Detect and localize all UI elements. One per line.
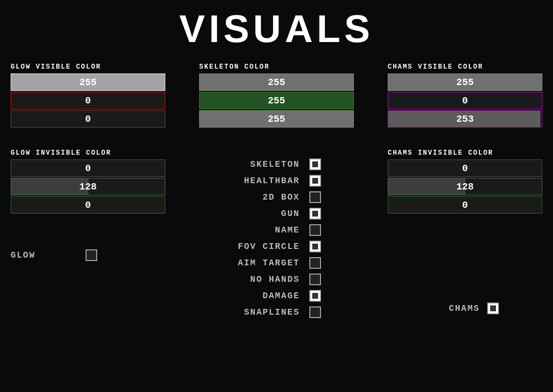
chams-visible-b-row[interactable] (388, 110, 542, 128)
2dbox-toggle-label: 2D BOX (232, 192, 300, 202)
skeleton-color-label: SKELETON COLOR (199, 63, 354, 71)
glow-invisible-b-row[interactable] (11, 196, 165, 214)
skeleton-b-input[interactable] (200, 114, 353, 125)
name-toggle-label: NAME (232, 225, 300, 235)
skeleton-toggle-row: SKELETON (199, 159, 354, 170)
nohands-toggle-row: NO HANDS (199, 274, 354, 285)
gun-checkbox[interactable] (309, 208, 321, 219)
glow-invisible-b-input[interactable] (11, 200, 165, 211)
snaplines-toggle-row: SNAPLINES (199, 306, 354, 318)
chams-invisible-b-row[interactable] (388, 196, 542, 214)
damage-toggle-row: DAMAGE (199, 290, 354, 302)
skeleton-g-row[interactable] (199, 92, 354, 109)
toggle-list: SKELETON HEALTHBAR 2D BOX GUN NAME (199, 159, 354, 318)
fovcircle-checkbox[interactable] (309, 241, 321, 252)
glow-visible-label: GLOW VISIBLE COLOR (11, 63, 165, 71)
snaplines-toggle-label: SNAPLINES (232, 307, 300, 317)
name-toggle-row: NAME (199, 224, 354, 236)
chams-visible-b-input[interactable] (388, 114, 542, 125)
glow-invisible-g-row[interactable] (11, 178, 165, 195)
glow-toggle-checkbox[interactable] (86, 249, 97, 261)
nohands-toggle-label: NO HANDS (232, 275, 300, 284)
aimtarget-checkbox[interactable] (309, 257, 321, 269)
glow-toggle-row: GLOW (11, 249, 165, 261)
2dbox-toggle-row: 2D BOX (199, 191, 354, 203)
fovcircle-toggle-row: FOV CIRCLE (199, 241, 354, 252)
healthbar-toggle-label: HEALTHBAR (232, 176, 300, 186)
chams-invisible-g-input[interactable] (388, 181, 542, 192)
chams-toggle-row: CHAMS (388, 303, 542, 314)
damage-toggle-label: DAMAGE (232, 291, 300, 301)
aimtarget-toggle-row: AIM TARGET (199, 257, 354, 269)
glow-toggle-label: GLOW (11, 250, 78, 260)
chams-visible-label: CHAMS VISIBLE COLOR (388, 63, 542, 71)
gun-toggle-label: GUN (232, 209, 300, 218)
glow-invisible-r-input[interactable] (11, 163, 165, 174)
chams-toggle-label: CHAMS (432, 304, 480, 313)
chams-invisible-label: CHAMS INVISIBLE COLOR (388, 149, 542, 157)
chams-visible-g-row[interactable] (388, 92, 542, 109)
chams-visible-r-input[interactable] (388, 77, 542, 88)
nohands-checkbox[interactable] (309, 274, 321, 285)
chams-toggle-checkbox[interactable] (487, 303, 499, 314)
page-title: VISUALS (11, 10, 542, 48)
glow-invisible-g-input[interactable] (11, 181, 165, 192)
glow-visible-b-input[interactable] (11, 114, 165, 125)
skeleton-checkbox[interactable] (309, 159, 321, 170)
name-checkbox[interactable] (309, 224, 321, 236)
aimtarget-toggle-label: AIM TARGET (232, 258, 300, 268)
chams-invisible-g-row[interactable] (388, 178, 542, 195)
glow-visible-r-input[interactable] (11, 77, 165, 88)
damage-checkbox[interactable] (309, 290, 321, 302)
glow-visible-b-row[interactable] (11, 110, 165, 128)
skeleton-toggle-label: SKELETON (232, 160, 300, 169)
chams-visible-r-row[interactable] (388, 73, 542, 91)
glow-visible-r-row[interactable] (11, 73, 165, 91)
healthbar-checkbox[interactable] (309, 175, 321, 187)
glow-visible-g-row[interactable] (11, 92, 165, 109)
healthbar-toggle-row: HEALTHBAR (199, 175, 354, 187)
2dbox-checkbox[interactable] (309, 191, 321, 203)
skeleton-r-row[interactable] (199, 73, 354, 91)
chams-invisible-r-row[interactable] (388, 160, 542, 177)
glow-invisible-r-row[interactable] (11, 160, 165, 177)
chams-invisible-b-input[interactable] (388, 200, 542, 211)
glow-visible-g-input[interactable] (11, 95, 165, 106)
fovcircle-toggle-label: FOV CIRCLE (232, 242, 300, 251)
chams-visible-g-input[interactable] (388, 95, 542, 106)
skeleton-b-row[interactable] (199, 110, 354, 128)
snaplines-checkbox[interactable] (309, 306, 321, 318)
chams-invisible-r-input[interactable] (388, 163, 542, 174)
glow-invisible-label: GLOW INVISIBLE COLOR (11, 149, 165, 157)
skeleton-r-input[interactable] (200, 77, 353, 88)
skeleton-g-input[interactable] (200, 95, 353, 106)
gun-toggle-row: GUN (199, 208, 354, 219)
